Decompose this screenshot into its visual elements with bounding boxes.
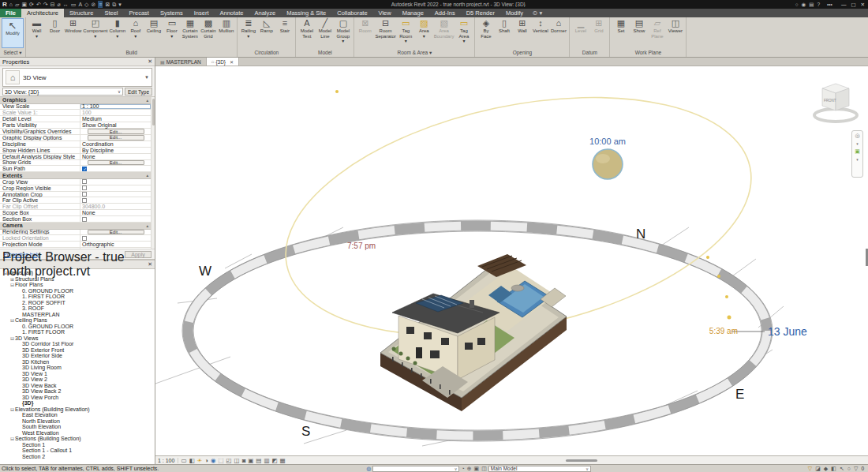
temporary-view-properties-icon[interactable]: ▣ (248, 457, 253, 464)
ribbon-button-ramp[interactable]: ◺Ramp (257, 18, 275, 34)
restore-button[interactable]: ▢ (851, 2, 855, 8)
aligned-dimension-icon[interactable]: ↔ (63, 1, 69, 8)
tree-item-west-elevation[interactable]: West Elevation (0, 430, 155, 436)
ribbon-button-stair[interactable]: ≡Stair (275, 18, 294, 34)
section-box-checkbox[interactable] (82, 217, 87, 222)
tree-item-masterplan[interactable]: MASTERPLAN (0, 312, 155, 318)
ribbon-button-wall[interactable]: ⊞Wall (513, 18, 531, 34)
workset-select[interactable]: ∨ (372, 466, 459, 472)
ribbon-tab-modify[interactable]: Modify (500, 9, 529, 17)
tree-item-sections-building-section[interactable]: ⊟Sections (Building Section) (0, 436, 155, 442)
exclude-options-icon[interactable]: ▽ (808, 466, 812, 472)
tree-item-3d-living-room[interactable]: 3D Living Room (0, 365, 155, 371)
app-store-icon[interactable]: ▤ (809, 2, 814, 7)
reveal-constraints-icon[interactable]: ▦ (280, 457, 286, 464)
shadows-icon[interactable]: ◑ (204, 457, 208, 464)
crop-region-visible-checkbox[interactable] (82, 185, 87, 190)
viewcube[interactable]: FRONT (814, 84, 857, 122)
tree-item-0-ground-floor[interactable]: 0. GROUND FLOOR (0, 288, 155, 294)
ribbon-button-vertical[interactable]: ↕Vertical (531, 18, 549, 34)
tree-item-3-roof[interactable]: 3. ROOF (0, 305, 155, 312)
view-tab-3d[interactable]: ⌂{3D}✕ (207, 58, 239, 66)
ribbon-button-floor[interactable]: ▭Floor ▾ (163, 18, 181, 39)
drag-elements-icon[interactable]: ↖ (840, 466, 844, 472)
ribbon-tab-file[interactable]: File (0, 9, 21, 17)
reveal-hidden-elements-icon[interactable]: ◙ (242, 457, 246, 464)
ribbon-button-door[interactable]: ▯Door (46, 18, 64, 34)
print-icon[interactable]: ⊟ (51, 1, 55, 8)
tag-icon[interactable]: ▭ (71, 1, 77, 8)
switch-windows-icon[interactable]: ⧉ (112, 1, 116, 8)
properties-scrollbar[interactable] (151, 97, 155, 249)
undo-icon[interactable]: ↶ (36, 1, 41, 8)
tree-item-east-elevation[interactable]: East Elevation (0, 412, 155, 418)
search-icon[interactable]: ○ (795, 2, 799, 7)
expander-icon[interactable]: ⊟ (9, 406, 15, 412)
sync-icon[interactable]: ⟳ (29, 1, 34, 8)
tree-item-3d-views[interactable]: ⊟3D Views (0, 335, 155, 342)
project-browser-header[interactable]: Project Browser - true north project.rvt… (0, 260, 155, 269)
select-underlay-icon[interactable]: ◧ (831, 466, 836, 472)
ribbon-button-modify[interactable]: ↖Modify (2, 18, 24, 48)
graphic-display-options-edit-button[interactable]: Edit... (88, 135, 144, 140)
chevron-down-icon[interactable]: ▾ (856, 156, 859, 163)
ribbon-button-set[interactable]: ▦Set (612, 18, 630, 34)
tree-item-3d-view-1[interactable]: 3D View 1 (0, 371, 155, 377)
type-selector[interactable]: ⌂ 3D View ▼ (2, 68, 152, 87)
expander-icon[interactable]: ⊟ (9, 335, 15, 341)
sun-time-label[interactable]: 10:00 am (589, 137, 626, 146)
property-group-extents[interactable]: Extents▴ (0, 172, 151, 179)
ribbon-button-model-text[interactable]: AModel Text (297, 18, 316, 39)
ribbon-button-room-separator[interactable]: ⊟Room Separator (374, 18, 396, 39)
close-icon[interactable]: ✕ (148, 58, 152, 65)
show-grids-edit-button[interactable]: Edit... (88, 160, 144, 166)
ribbon-tab-steel[interactable]: Steel (99, 9, 123, 17)
view-tab-masterplan[interactable]: ▤MASTERPLAN (155, 58, 207, 66)
minimize-button[interactable]: — (841, 2, 847, 8)
tree-item-floor-plans[interactable]: ⊟Floor Plans (0, 282, 155, 288)
worksets-icon[interactable]: ◍ (366, 466, 371, 471)
far-clip-active-checkbox[interactable] (82, 198, 87, 203)
measure-icon[interactable]: ⌀ (58, 1, 61, 8)
revit-logo[interactable]: R (2, 1, 7, 8)
tree-item-3d-view-2[interactable]: 3D View 2 (0, 376, 155, 383)
property-group-camera[interactable]: Camera▴ (0, 223, 151, 230)
ribbon-tab-precast[interactable]: Precast (124, 9, 155, 17)
tree-item-3d-view-back[interactable]: 3D View Back (0, 383, 155, 389)
expander-icon[interactable]: ⊞ (9, 276, 15, 282)
tree-item-0-ground-floor[interactable]: 0. GROUND FLOOR (0, 324, 155, 330)
ribbon-button-tag-room[interactable]: ▭Tag Room ▾ (397, 18, 415, 44)
close-button[interactable]: ✕ (861, 2, 865, 8)
sunrise-label[interactable]: 5:39 am (709, 327, 738, 335)
tree-item-3d-view-back-2[interactable]: 3D View Back 2 (0, 388, 155, 395)
active-only-icon[interactable]: ◫ (481, 466, 487, 472)
ribbon-tab-d5-render[interactable]: D5 Render (461, 9, 500, 17)
close-tab-icon[interactable]: ✕ (230, 59, 234, 65)
ribbon-button-mullion[interactable]: ▥Mullion (217, 18, 235, 34)
expander-icon[interactable]: ⊟ (9, 282, 15, 287)
ribbon-button-ceiling[interactable]: ▤Ceiling (144, 18, 163, 34)
ribbon-tab-architecture[interactable]: Architecture (21, 9, 64, 17)
tree-item-3d-exterior-side[interactable]: 3D Exterior Side (0, 353, 155, 359)
redo-icon[interactable]: ↷ (43, 1, 48, 8)
edit-type-button[interactable]: Edit Type (125, 88, 152, 96)
ribbon-tab-analyze[interactable]: Analyze (249, 9, 282, 17)
help-icon[interactable]: ? (817, 2, 820, 7)
design-options-icon[interactable]: ▣ (474, 466, 480, 472)
tree-item-3d-view-porch[interactable]: 3D View Porch (0, 395, 155, 401)
tree-item-views-all[interactable]: ⊟Views (all) (0, 270, 155, 276)
worksharing-display-icon[interactable]: ▥ (264, 457, 269, 464)
ribbon-button-window[interactable]: ⊞Window (64, 18, 82, 34)
ribbon-button-model-line[interactable]: ╱Model Line (316, 18, 334, 39)
tree-item-structural-plans[interactable]: ⊞Structural Plans (0, 276, 155, 283)
ribbon-button-wall[interactable]: ▬Wall ▾ (28, 18, 46, 39)
default-3d-view-icon[interactable]: ◇ (84, 1, 88, 8)
chevron-down-icon[interactable]: ▾ (856, 140, 859, 147)
ribbon-tab-manage[interactable]: Manage (397, 9, 429, 17)
show-constraints-icon[interactable]: ▤ (256, 457, 261, 464)
account-icon[interactable]: ◉ (802, 2, 806, 7)
section-icon[interactable]: ⊘ (91, 1, 95, 8)
ribbon-tab-insert[interactable]: Insert (189, 9, 215, 17)
ribbon-tab-collaborate[interactable]: Collaborate (331, 9, 372, 17)
ribbon-button-component[interactable]: ◰Component ▾ (82, 18, 108, 39)
